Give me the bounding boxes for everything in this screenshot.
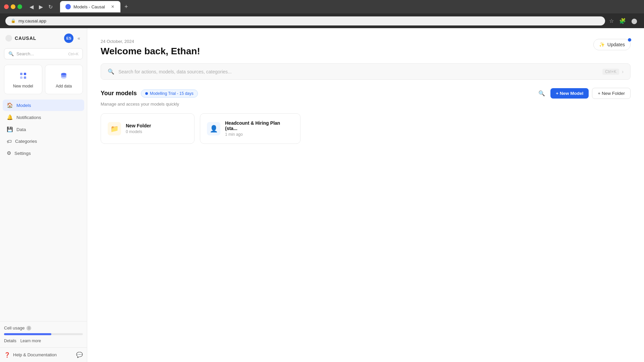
sidebar-search[interactable]: 🔍 Search... Ctrl+K (4, 48, 83, 59)
categories-nav-label: Categories (15, 139, 37, 144)
cell-usage-bar-fill (4, 333, 51, 335)
add-data-label: Add data (56, 84, 72, 88)
notifications-nav-label: Notifications (16, 115, 41, 120)
model-card-new-folder[interactable]: 📁 New Folder 0 models (101, 113, 195, 144)
headcount-card-meta: 1 min ago (225, 132, 293, 137)
folder-card-name: New Folder (126, 123, 187, 128)
sidebar-bottom: Cell usage i Details Learn more (0, 321, 87, 347)
logo-text: CAUSAL (15, 36, 36, 41)
welcome-date: 24 October, 2024 (101, 39, 200, 44)
new-folder-button[interactable]: + New Folder (592, 88, 631, 99)
browser-chrome: ◀ ▶ ↻ Models - Causal ✕ + (0, 0, 644, 13)
trial-dot (145, 92, 148, 95)
help-icon: ❓ (4, 352, 10, 358)
nav-buttons: ◀ ▶ ↻ (28, 2, 55, 11)
address-bar-row: 🔒 my.causal.app ☆ 🧩 ⬤ (0, 13, 644, 28)
new-model-button[interactable]: + New Model (550, 88, 589, 99)
sidebar-item-notifications[interactable]: 🔔 Notifications (3, 112, 84, 123)
models-section-header: Your models Modelling Trial - 15 days 🔍 … (101, 88, 631, 99)
logo-icon (5, 35, 12, 42)
minimize-window-button[interactable] (11, 4, 15, 9)
main-content: 24 October, 2024 Welcome back, Ethan! ✨ … (87, 28, 644, 362)
main-header: 24 October, 2024 Welcome back, Ethan! ✨ … (87, 28, 644, 63)
sidebar-footer: ❓ Help & Documentation 💬 (0, 347, 87, 362)
tab-close-button[interactable]: ✕ (110, 4, 115, 10)
causal-logo: CAUSAL (5, 35, 36, 42)
cell-usage-info-icon[interactable]: i (26, 326, 31, 330)
models-grid: 📁 New Folder 0 models 👤 Headcount & Hiri… (101, 113, 631, 144)
extensions-button[interactable]: 🧩 (618, 16, 627, 25)
active-tab[interactable]: Models - Causal ✕ (60, 1, 120, 12)
updates-icon: ✨ (599, 42, 605, 47)
avatar[interactable]: ES (64, 34, 73, 43)
updates-button[interactable]: ✨ Updates (593, 39, 631, 50)
notifications-icon: 🔔 (7, 114, 13, 120)
headcount-card-name: Headcount & Hiring Plan (sta... (225, 120, 293, 131)
refresh-button[interactable]: ↻ (46, 2, 55, 11)
help-label: Help & Documentation (13, 352, 57, 357)
close-window-button[interactable] (4, 4, 9, 9)
sidebar-header: CAUSAL ES « (0, 28, 87, 46)
svg-rect-2 (20, 76, 22, 79)
chevron-right-icon: › (622, 69, 624, 75)
new-tab-button[interactable]: + (122, 2, 131, 12)
app-container: CAUSAL ES « 🔍 Search... Ctrl+K (0, 28, 644, 362)
svg-rect-0 (20, 73, 22, 75)
search-icon: 🔍 (8, 51, 14, 56)
categories-icon: 🏷 (7, 138, 12, 144)
trial-badge: Modelling Trial - 15 days (141, 89, 198, 98)
add-data-quick-action[interactable]: Add data (45, 65, 83, 94)
model-card-headcount[interactable]: 👤 Headcount & Hiring Plan (sta... 1 min … (200, 113, 301, 144)
main-search-meta: Ctrl+K › (602, 69, 624, 75)
tab-favicon (65, 4, 71, 9)
models-nav-label: Models (16, 103, 31, 108)
model-card-info-folder: New Folder 0 models (126, 123, 187, 134)
model-card-icon-headcount: 👤 (207, 122, 220, 135)
models-section: Your models Modelling Trial - 15 days 🔍 … (87, 88, 644, 144)
welcome-title: Welcome back, Ethan! (101, 46, 200, 57)
main-search-shortcut: Ctrl+K (602, 69, 619, 75)
data-nav-label: Data (16, 127, 26, 132)
sidebar-item-models[interactable]: 🏠 Models (3, 100, 84, 111)
cell-usage-bar-background (4, 333, 83, 335)
cell-usage-header: Cell usage i (4, 325, 83, 330)
cell-usage-learn-more-link[interactable]: Learn more (20, 339, 41, 343)
models-actions: 🔍 + New Model + New Folder (536, 88, 631, 99)
sidebar-item-settings[interactable]: ⚙ Settings (3, 147, 84, 159)
add-data-icon (58, 70, 69, 81)
folder-icon: 📁 (110, 125, 119, 133)
tab-title: Models - Causal (73, 4, 105, 9)
cell-usage-label: Cell usage (4, 325, 24, 330)
address-bar[interactable]: 🔒 my.causal.app (5, 16, 605, 25)
forward-button[interactable]: ▶ (37, 2, 45, 11)
window-controls (4, 4, 22, 9)
address-actions: ☆ 🧩 ⬤ (608, 16, 639, 25)
new-model-quick-action[interactable]: New model (4, 65, 42, 94)
main-search-placeholder: Search for actions, models, data sources… (118, 69, 598, 74)
trial-badge-text: Modelling Trial - 15 days (150, 91, 194, 96)
back-button[interactable]: ◀ (28, 2, 36, 11)
maximize-window-button[interactable] (17, 4, 22, 9)
new-model-icon (18, 70, 29, 81)
sidebar-item-categories[interactable]: 🏷 Categories (3, 136, 84, 147)
sidebar-item-data[interactable]: 💾 Data (3, 124, 84, 135)
models-subtitle: Manage and access your models quickly (101, 102, 631, 107)
cell-usage-details-link[interactable]: Details (4, 339, 16, 343)
models-search-button[interactable]: 🔍 (536, 88, 547, 99)
svg-rect-1 (24, 73, 26, 75)
sidebar: CAUSAL ES « 🔍 Search... Ctrl+K (0, 28, 87, 362)
search-placeholder-text: Search... (16, 51, 65, 56)
folder-card-icon: 📁 (108, 122, 121, 135)
profile-button[interactable]: ⬤ (630, 16, 639, 25)
bookmark-button[interactable]: ☆ (608, 16, 615, 25)
quick-actions: New model Add data (0, 62, 87, 97)
settings-icon: ⚙ (7, 150, 11, 156)
chat-button[interactable]: 💬 (76, 352, 83, 358)
tab-bar: Models - Causal ✕ + (60, 1, 637, 12)
main-search-bar[interactable]: 🔍 Search for actions, models, data sourc… (101, 63, 631, 80)
help-documentation-link[interactable]: ❓ Help & Documentation (4, 352, 73, 358)
collapse-sidebar-button[interactable]: « (76, 34, 82, 42)
model-card-info-headcount: Headcount & Hiring Plan (sta... 1 min ag… (225, 120, 293, 137)
main-search-icon: 🔍 (108, 68, 114, 75)
sidebar-nav: 🏠 Models 🔔 Notifications 💾 Data 🏷 Catego… (0, 97, 87, 321)
